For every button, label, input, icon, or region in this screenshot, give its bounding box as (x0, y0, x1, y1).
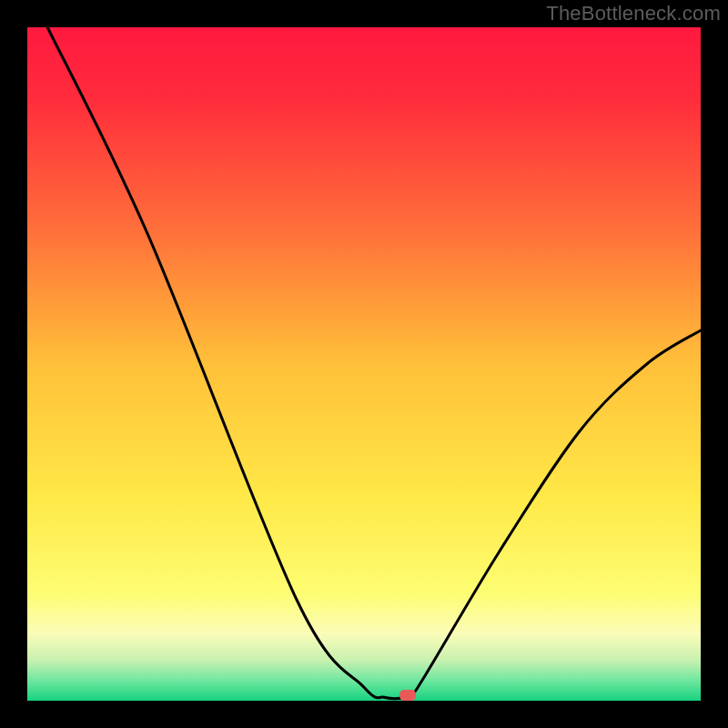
bottleneck-chart (0, 0, 728, 728)
chart-frame: TheBottleneck.com (0, 0, 728, 728)
plot-background (27, 27, 701, 701)
watermark-text: TheBottleneck.com (546, 2, 721, 25)
optimal-marker (399, 690, 416, 701)
